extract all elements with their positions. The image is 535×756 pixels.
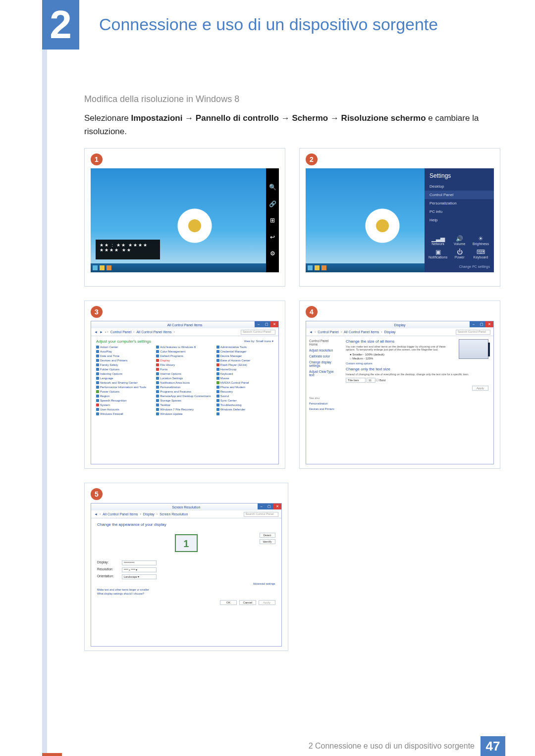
control-panel-item[interactable]: System [96, 403, 153, 406]
control-panel-item[interactable]: Programs and Features [156, 390, 213, 393]
control-panel-item[interactable]: Language [96, 377, 153, 380]
settings-quick-icon[interactable]: 🔊Volume [450, 235, 469, 246]
settings-quick-icon[interactable]: ▁▃▅Network [428, 235, 447, 246]
taskbar-explorer-icon[interactable] [100, 265, 105, 270]
back-icon[interactable]: ◄ [309, 330, 313, 334]
control-panel-item[interactable]: Storage Spaces [156, 399, 213, 402]
taskbar[interactable] [306, 263, 425, 272]
sidebar-link[interactable]: Adjust ClearType text [309, 370, 338, 377]
control-panel-item[interactable]: User Accounts [96, 408, 153, 411]
control-panel-item[interactable]: Add features to Windows 8 [156, 346, 213, 349]
forward-icon[interactable]: ► [100, 330, 103, 334]
view-by-dropdown[interactable]: View by: Small icons ▾ [244, 339, 273, 344]
control-panel-item[interactable]: Administrative Tools [216, 346, 273, 349]
ok-button[interactable]: OK [220, 600, 237, 605]
search-input[interactable]: Search Control Panel [244, 512, 278, 517]
control-panel-item[interactable]: Power Options [96, 390, 153, 393]
crumb[interactable]: Display [143, 512, 155, 516]
crumb[interactable]: Display [384, 330, 396, 334]
crumb[interactable]: Control Panel [110, 330, 131, 334]
search-charm[interactable]: 🔍 [268, 183, 276, 191]
start-charm[interactable]: ⊞ [268, 216, 276, 224]
control-panel-item[interactable]: Internet Options [156, 372, 213, 375]
control-panel-item[interactable]: Family Safety [96, 363, 153, 366]
settings-quick-icon[interactable]: ☀Brightness [472, 235, 490, 246]
search-input[interactable]: Search Control Panel [456, 330, 490, 335]
close-button[interactable]: ✕ [273, 504, 281, 509]
item-select[interactable]: Title bars [346, 378, 366, 383]
identify-button[interactable]: Identify [260, 539, 275, 544]
control-panel-item[interactable]: Network and Sharing Center [96, 381, 153, 384]
settings-item[interactable]: Personalization [425, 199, 494, 207]
crumb[interactable]: Control Panel [318, 330, 338, 334]
control-panel-item[interactable]: HomeGroup [216, 368, 273, 371]
control-panel-item[interactable]: Speech Recognition [96, 399, 153, 402]
control-panel-item[interactable]: Sound [216, 395, 273, 398]
control-panel-item[interactable]: Personalization [156, 386, 213, 389]
control-panel-item[interactable]: Phone and Modem [216, 386, 273, 389]
detect-button[interactable]: Detect [260, 533, 275, 538]
taskbar-ie-icon[interactable] [93, 265, 98, 270]
close-button[interactable]: ✕ [270, 321, 278, 327]
control-panel-item[interactable]: Flash Player (32-bit) [216, 363, 273, 366]
sidebar-link[interactable]: Adjust resolution [309, 349, 338, 352]
back-icon[interactable]: ◄ [94, 512, 98, 516]
control-panel-item[interactable]: File History [156, 363, 213, 366]
minimize-button[interactable]: – [470, 321, 478, 327]
display-help-link[interactable]: What display settings should I choose? [97, 592, 275, 595]
settings-quick-icon[interactable]: ⌨Keyboard [472, 249, 490, 259]
control-panel-item[interactable]: Action Center [96, 346, 153, 349]
control-panel-item[interactable]: Recovery [216, 390, 273, 393]
control-panel-item[interactable]: Sync Center [216, 399, 273, 402]
control-panel-item[interactable]: Location Settings [156, 377, 213, 380]
maximize-button[interactable]: ▢ [263, 321, 270, 327]
control-panel-item[interactable]: Notification Area Icons [156, 381, 213, 384]
maximize-button[interactable]: ▢ [266, 504, 273, 509]
control-panel-item[interactable]: NVIDIA Control Panel [216, 381, 273, 384]
control-panel-item[interactable]: Ease of Access Center [216, 359, 273, 362]
crumb[interactable]: All Control Panel Items [344, 330, 379, 334]
cancel-button[interactable]: Cancel [239, 600, 256, 605]
settings-item[interactable]: PC info [425, 207, 494, 216]
control-panel-item[interactable]: RemoteApp and Desktop Connections [156, 395, 213, 398]
control-panel-item[interactable]: Date and Time [96, 354, 153, 357]
control-panel-item[interactable]: Display [156, 359, 213, 362]
change-pc-settings-link[interactable]: Change PC settings [425, 263, 494, 272]
monitor-icon[interactable]: 1 [175, 534, 198, 552]
share-charm[interactable]: 🔗 [268, 200, 276, 208]
apply-button[interactable]: Apply [259, 600, 275, 605]
control-panel-item[interactable]: Performance Information and Tools [96, 386, 153, 389]
taskbar-ie-icon[interactable] [308, 265, 313, 270]
control-panel-item[interactable]: Windows 7 File Recovery [156, 408, 213, 411]
crumb[interactable]: All Control Panel Items [103, 512, 138, 516]
settings-quick-icon[interactable]: ▣Notifications [428, 249, 447, 259]
close-button[interactable]: ✕ [485, 321, 493, 327]
resize-text-link[interactable]: Make text and other items larger or smal… [97, 588, 275, 591]
settings-item-control-panel[interactable]: Control Panel [425, 191, 494, 199]
control-panel-item[interactable]: Credential Manager [216, 350, 273, 353]
see-also-link[interactable]: Personalization [309, 402, 338, 405]
control-panel-item[interactable]: Default Programs [156, 354, 213, 357]
control-panel-item[interactable]: Taskbar [156, 403, 213, 406]
control-panel-item[interactable]: Region [96, 395, 153, 398]
settings-item[interactable]: Help [425, 216, 494, 224]
control-panel-item[interactable]: Windows Firewall [96, 412, 153, 415]
control-panel-item[interactable]: Folder Options [96, 368, 153, 371]
devices-charm[interactable]: ↩ [268, 233, 276, 241]
control-panel-item[interactable]: Fonts [156, 368, 213, 371]
control-panel-item[interactable]: AutoPlay [96, 350, 153, 353]
minimize-button[interactable]: – [258, 504, 266, 509]
crumb[interactable]: Screen Resolution [160, 512, 188, 516]
control-panel-item[interactable]: Troubleshooting [216, 403, 273, 406]
control-panel-item[interactable]: Keyboard [216, 372, 273, 375]
settings-charm[interactable]: ⚙ [268, 250, 276, 257]
taskbar-icon[interactable] [321, 265, 326, 270]
control-panel-item[interactable] [216, 412, 273, 415]
control-panel-item[interactable]: Windows Defender [216, 408, 273, 411]
taskbar-icon[interactable] [107, 265, 111, 270]
control-panel-item[interactable]: Color Management [156, 350, 213, 353]
control-panel-item[interactable]: Devices and Printers [96, 359, 153, 362]
field-select[interactable]: ********** [122, 560, 157, 565]
control-panel-item[interactable]: Mouse [216, 377, 273, 380]
bold-checkbox[interactable]: ☐ Bold [376, 379, 385, 382]
